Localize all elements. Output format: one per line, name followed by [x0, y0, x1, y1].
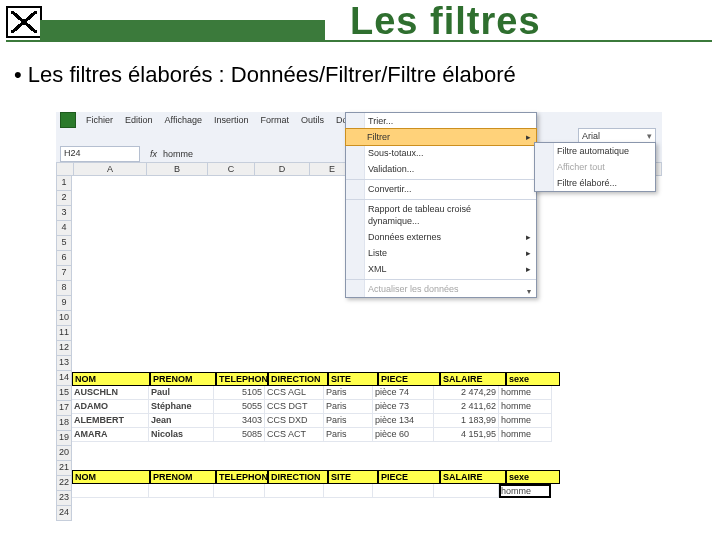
cell-sal[interactable]: 2 411,62	[434, 400, 499, 414]
rowhdr[interactable]: 5	[56, 236, 72, 251]
rowhdr[interactable]: 20	[56, 446, 72, 461]
submenu-item-afficher-tout[interactable]: Afficher tout	[535, 159, 655, 175]
cell[interactable]	[434, 484, 499, 498]
cell[interactable]	[373, 484, 434, 498]
rowhdr[interactable]: 8	[56, 281, 72, 296]
hdr-prenom: PRENOM	[150, 372, 216, 386]
menu-outils[interactable]: Outils	[295, 115, 330, 125]
cell-prenom[interactable]: Paul	[149, 386, 214, 400]
fx-value[interactable]: homme	[163, 149, 193, 159]
rowhdr[interactable]: 10	[56, 311, 72, 326]
rowhdr[interactable]: 4	[56, 221, 72, 236]
table-row: AUSCHLN Paul 5105 CCS AGL Paris pièce 74…	[72, 386, 662, 400]
rowhdr[interactable]: 13	[56, 356, 72, 371]
cell-site[interactable]: Paris	[324, 400, 373, 414]
colhdr-a[interactable]: A	[74, 162, 147, 176]
cell-sex[interactable]: homme	[499, 414, 552, 428]
menu-item-donnees-externes[interactable]: Données externes▸	[346, 229, 536, 245]
cell-site[interactable]: Paris	[324, 414, 373, 428]
cell-site[interactable]: Paris	[324, 386, 373, 400]
rowhdr[interactable]: 18	[56, 416, 72, 431]
menu-item-rapport-tcd[interactable]: Rapport de tableau croisé dynamique...	[346, 199, 536, 229]
menu-fichier[interactable]: Fichier	[80, 115, 119, 125]
rowhdr[interactable]: 15	[56, 386, 72, 401]
submenu-item-filtre-auto[interactable]: Filtre automatique	[535, 143, 655, 159]
menu-insertion[interactable]: Insertion	[208, 115, 255, 125]
rowhdr[interactable]: 2	[56, 191, 72, 206]
menu-item-sous-totaux[interactable]: Sous-totaux...	[346, 145, 536, 161]
cell-nom[interactable]: ALEMBERT	[72, 414, 149, 428]
active-cell-h24[interactable]: homme	[499, 484, 551, 498]
menu-item-convertir[interactable]: Convertir...	[346, 179, 536, 197]
cell-prenom[interactable]: Stéphane	[149, 400, 214, 414]
rowhdr[interactable]: 9	[56, 296, 72, 311]
cell-piece[interactable]: pièce 60	[373, 428, 434, 442]
header-bar	[40, 20, 325, 40]
menu-edition[interactable]: Edition	[119, 115, 159, 125]
cell-sex[interactable]: homme	[499, 386, 552, 400]
rowhdr[interactable]: 17	[56, 401, 72, 416]
menu-affichage[interactable]: Affichage	[159, 115, 208, 125]
menu-item-validation[interactable]: Validation...	[346, 161, 536, 177]
cell-dir[interactable]: CCS AGL	[265, 386, 324, 400]
menu-item-filtrer[interactable]: Filtrer▸	[345, 128, 537, 146]
cell-nom[interactable]: AMARA	[72, 428, 149, 442]
cell-site[interactable]: Paris	[324, 428, 373, 442]
rowhdr[interactable]: 7	[56, 266, 72, 281]
cell[interactable]	[324, 484, 373, 498]
cell-prenom[interactable]: Nicolas	[149, 428, 214, 442]
cell[interactable]	[265, 484, 324, 498]
cell-piece[interactable]: pièce 73	[373, 400, 434, 414]
crit-direction: DIRECTION	[268, 470, 328, 484]
crit-telephone: TELEPHONE	[216, 470, 268, 484]
rowhdr[interactable]: 6	[56, 251, 72, 266]
rowhdr[interactable]: 1	[56, 176, 72, 191]
menu-item-actualiser[interactable]: Actualiser les données▾	[346, 279, 536, 297]
cell-dir[interactable]: CCS DGT	[265, 400, 324, 414]
rowhdr[interactable]: 11	[56, 326, 72, 341]
cell-piece[interactable]: pièce 134	[373, 414, 434, 428]
cell-sex[interactable]: homme	[499, 428, 552, 442]
cell[interactable]	[214, 484, 265, 498]
cell-tel[interactable]: 5105	[214, 386, 265, 400]
menu-item-xml[interactable]: XML▸	[346, 261, 536, 277]
menu-item-trier[interactable]: Trier...	[346, 113, 536, 129]
rowhdr[interactable]: 12	[56, 341, 72, 356]
colhdr-c[interactable]: C	[208, 162, 255, 176]
rowhdr[interactable]: 19	[56, 431, 72, 446]
cell-tel[interactable]: 3403	[214, 414, 265, 428]
menu-item-liste[interactable]: Liste▸	[346, 245, 536, 261]
select-all-corner[interactable]	[56, 162, 74, 176]
cell-tel[interactable]: 5085	[214, 428, 265, 442]
cell-sal[interactable]: 4 151,95	[434, 428, 499, 442]
cell-dir[interactable]: CCS DXD	[265, 414, 324, 428]
cell-piece[interactable]: pièce 74	[373, 386, 434, 400]
rowhdr[interactable]: 21	[56, 461, 72, 476]
rowhdr[interactable]: 24	[56, 506, 72, 521]
colhdr-d[interactable]: D	[255, 162, 310, 176]
name-box[interactable]: H24	[60, 146, 140, 162]
menu-item-label: Actualiser les données	[368, 284, 459, 294]
cell-sex[interactable]: homme	[499, 400, 552, 414]
rowhdr[interactable]: 14	[56, 371, 72, 386]
criteria-header-row: NOM PRENOM TELEPHONE DIRECTION SITE PIEC…	[72, 470, 662, 484]
cell-nom[interactable]: AUSCHLN	[72, 386, 149, 400]
rowhdr[interactable]: 22	[56, 476, 72, 491]
colhdr-b[interactable]: B	[147, 162, 208, 176]
cell-prenom[interactable]: Jean	[149, 414, 214, 428]
cell[interactable]	[149, 484, 214, 498]
slide-bullet: • Les filtres élaborés : Données/Filtrer…	[14, 62, 516, 88]
cell[interactable]	[72, 484, 149, 498]
menu-format[interactable]: Format	[254, 115, 295, 125]
table-row: ADAMO Stéphane 5055 CCS DGT Paris pièce …	[72, 400, 662, 414]
cell-sal[interactable]: 2 474,29	[434, 386, 499, 400]
submenu-arrow-icon: ▸	[526, 247, 531, 259]
crit-site: SITE	[328, 470, 378, 484]
rowhdr[interactable]: 23	[56, 491, 72, 506]
cell-tel[interactable]: 5055	[214, 400, 265, 414]
cell-sal[interactable]: 1 183,99	[434, 414, 499, 428]
cell-nom[interactable]: ADAMO	[72, 400, 149, 414]
rowhdr[interactable]: 3	[56, 206, 72, 221]
cell-dir[interactable]: CCS ACT	[265, 428, 324, 442]
submenu-item-filtre-elabore[interactable]: Filtre élaboré...	[535, 175, 655, 191]
